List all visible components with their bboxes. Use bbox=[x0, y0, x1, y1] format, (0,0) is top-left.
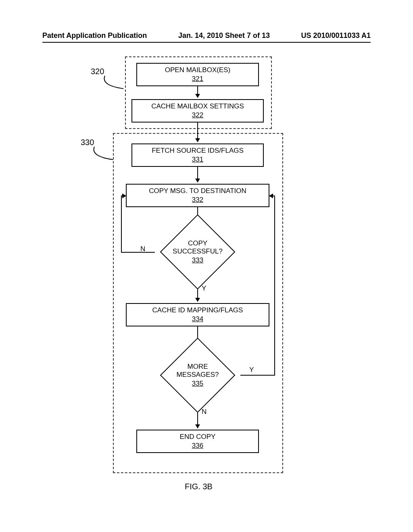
figure-caption: FIG. 3B bbox=[185, 482, 213, 491]
step-336-title: END COPY bbox=[180, 433, 216, 441]
step-open-mailboxes: OPEN MAILBOX(ES) 321 bbox=[136, 63, 259, 86]
arrow-335y-into-332 bbox=[269, 195, 275, 196]
step-335-title-l2: MESSAGES? bbox=[177, 371, 219, 379]
seg-335y-v bbox=[274, 195, 275, 376]
label-335-y: Y bbox=[249, 366, 254, 374]
arrow-333n-into-332 bbox=[121, 195, 126, 196]
label-333-y: Y bbox=[202, 285, 206, 293]
step-333-title-l2: SUCCESSFUL? bbox=[173, 247, 223, 256]
seg-335y-h1 bbox=[240, 375, 275, 376]
header-rule bbox=[42, 42, 371, 43]
step-321-title: OPEN MAILBOX(ES) bbox=[165, 66, 230, 74]
step-332-num: 332 bbox=[192, 196, 203, 204]
leader-330 bbox=[90, 146, 118, 162]
step-333-num: 333 bbox=[192, 256, 203, 264]
step-334-title: CACHE ID MAPPING/FLAGS bbox=[152, 306, 243, 314]
arrow-321-322 bbox=[197, 86, 198, 98]
step-335-num: 335 bbox=[192, 380, 203, 388]
step-332-title: COPY MSG. TO DESTINATION bbox=[149, 187, 246, 195]
step-333-title-l1: COPY bbox=[188, 239, 207, 247]
header-left: Patent Application Publication bbox=[42, 31, 147, 40]
page-header: Patent Application Publication Jan. 14, … bbox=[42, 31, 371, 40]
label-333-n: N bbox=[140, 245, 145, 253]
step-331-num: 331 bbox=[192, 156, 203, 164]
step-321-num: 321 bbox=[192, 75, 203, 83]
label-335-n: N bbox=[202, 408, 206, 416]
ref-label-320: 320 bbox=[91, 67, 104, 76]
step-331-title: FETCH SOURCE IDS/FLAGS bbox=[152, 147, 244, 155]
seg-333n-h1 bbox=[121, 252, 155, 253]
step-322-num: 322 bbox=[192, 111, 203, 119]
step-334-num: 334 bbox=[192, 315, 203, 323]
arrow-331-332 bbox=[197, 167, 198, 182]
arrow-322-331 bbox=[197, 123, 198, 142]
patent-page: Patent Application Publication Jan. 14, … bbox=[0, 0, 413, 532]
step-fetch-source-ids: FETCH SOURCE IDS/FLAGS 331 bbox=[131, 143, 264, 167]
leader-320 bbox=[100, 75, 128, 91]
step-copy-msg-to-destination: COPY MSG. TO DESTINATION 332 bbox=[126, 184, 269, 207]
step-322-title: CACHE MAILBOX SETTINGS bbox=[151, 102, 244, 110]
ref-label-330: 330 bbox=[81, 138, 94, 147]
step-335-title-l1: MORE bbox=[188, 363, 208, 371]
header-center: Jan. 14, 2010 Sheet 7 of 13 bbox=[178, 31, 270, 40]
seg-333n-v bbox=[121, 195, 122, 253]
step-end-copy: END COPY 336 bbox=[136, 430, 259, 453]
step-cache-mailbox-settings: CACHE MAILBOX SETTINGS 322 bbox=[131, 99, 264, 123]
flowchart-diagram: 320 330 OPEN MAILBOX(ES) 321 CACHE MAILB… bbox=[0, 52, 413, 504]
step-336-num: 336 bbox=[192, 442, 203, 450]
step-cache-id-mapping: CACHE ID MAPPING/FLAGS 334 bbox=[126, 303, 269, 326]
header-right: US 2010/0011033 A1 bbox=[301, 31, 371, 40]
decision-more-messages: MORE MESSAGES? 335 bbox=[153, 345, 242, 405]
decision-copy-successful: COPY SUCCESSFUL? 333 bbox=[153, 222, 242, 282]
